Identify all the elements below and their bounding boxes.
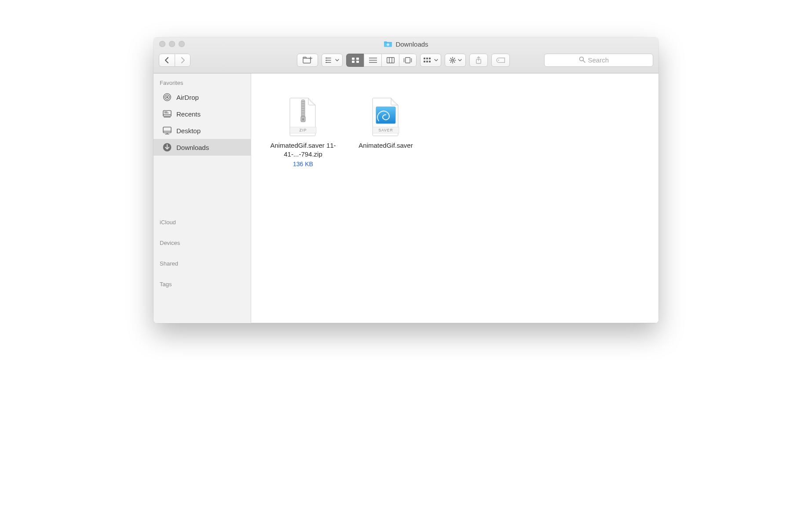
svg-point-0 <box>387 44 389 46</box>
sidebar-item-recents[interactable]: Recents <box>154 106 251 122</box>
airdrop-icon <box>162 92 172 102</box>
sidebar-item-airdrop[interactable]: AirDrop <box>154 89 251 106</box>
recents-icon <box>162 109 172 119</box>
finder-window: Downloads <box>154 37 658 323</box>
svg-text:SAVER: SAVER <box>378 128 393 132</box>
svg-rect-15 <box>426 61 428 62</box>
svg-rect-6 <box>356 58 359 60</box>
svg-rect-8 <box>356 61 359 63</box>
sidebar-section-tags[interactable]: Tags <box>154 279 251 290</box>
minimize-window-button[interactable] <box>169 41 175 47</box>
sort-button[interactable] <box>322 54 343 67</box>
svg-rect-1 <box>303 58 311 63</box>
file-item[interactable]: SAVER AnimatedGif.saver <box>350 96 422 151</box>
svg-rect-7 <box>352 61 355 63</box>
sidebar-item-downloads[interactable]: Downloads <box>154 139 251 156</box>
gallery-view-button[interactable] <box>399 54 417 67</box>
sidebar-item-label: Recents <box>176 110 201 118</box>
file-name: AnimatedGif.saver 11-41-...-794.zip <box>267 141 339 159</box>
svg-rect-11 <box>424 58 425 59</box>
window-title-text: Downloads <box>395 40 428 48</box>
sidebar-section-devices[interactable]: Devices <box>154 238 251 249</box>
sidebar-item-label: Downloads <box>176 144 209 151</box>
sidebar-section-shared[interactable]: Shared <box>154 259 251 270</box>
search-icon <box>579 56 585 64</box>
svg-point-4 <box>326 62 327 62</box>
svg-point-2 <box>326 58 327 58</box>
sidebar-item-label: AirDrop <box>176 94 199 101</box>
window-body: Favorites AirDrop Recents <box>154 73 658 323</box>
svg-rect-14 <box>424 61 425 62</box>
svg-point-3 <box>326 59 327 61</box>
titlebar-top[interactable]: Downloads <box>154 37 658 51</box>
svg-rect-24 <box>163 111 171 117</box>
sidebar-section-icloud[interactable]: iCloud <box>154 217 251 228</box>
traffic-lights <box>154 41 185 47</box>
titlebar: Downloads <box>154 37 658 73</box>
svg-point-21 <box>166 96 168 98</box>
icon-view-button[interactable] <box>346 54 364 67</box>
view-mode-group <box>346 54 417 67</box>
toolbar <box>154 51 658 73</box>
svg-rect-25 <box>163 127 171 133</box>
svg-rect-5 <box>352 58 355 60</box>
action-button[interactable] <box>445 54 466 67</box>
content-area[interactable]: ZIP AnimatedGif.saver 11-41-...-794.zip … <box>251 73 658 323</box>
svg-point-19 <box>498 59 499 61</box>
close-window-button[interactable] <box>159 41 165 47</box>
nav-group <box>159 54 190 67</box>
search-input[interactable] <box>588 56 619 64</box>
share-button[interactable] <box>469 54 488 67</box>
zip-file-icon: ZIP <box>286 96 320 138</box>
list-view-button[interactable] <box>364 54 381 67</box>
column-view-button[interactable] <box>381 54 399 67</box>
tags-button[interactable] <box>491 54 510 67</box>
sidebar-item-desktop[interactable]: Desktop <box>154 122 251 139</box>
file-size: 136 KB <box>293 160 313 168</box>
sidebar-section-favorites: Favorites <box>154 78 251 89</box>
search-field-wrap <box>544 54 653 67</box>
files-area: ZIP AnimatedGif.saver 11-41-...-794.zip … <box>251 73 658 178</box>
sidebar-item-label: Desktop <box>176 127 201 135</box>
file-item[interactable]: ZIP AnimatedGif.saver 11-41-...-794.zip … <box>267 96 339 168</box>
file-name: AnimatedGif.saver <box>358 141 413 150</box>
back-button[interactable] <box>159 54 175 67</box>
new-folder-button[interactable] <box>297 54 318 67</box>
group-by-button[interactable] <box>420 54 441 67</box>
svg-rect-10 <box>406 57 410 63</box>
window-title: Downloads <box>154 40 658 48</box>
svg-rect-16 <box>429 61 431 62</box>
search-field[interactable] <box>544 54 653 67</box>
folder-icon <box>384 40 392 47</box>
svg-text:ZIP: ZIP <box>299 128 307 132</box>
svg-point-17 <box>451 59 453 61</box>
downloads-icon <box>162 142 172 152</box>
desktop-icon <box>162 126 172 135</box>
svg-rect-12 <box>426 58 428 59</box>
zoom-window-button[interactable] <box>179 41 185 47</box>
sidebar: Favorites AirDrop Recents <box>154 73 251 323</box>
saver-file-icon: SAVER <box>369 96 403 138</box>
forward-button[interactable] <box>175 54 190 67</box>
svg-rect-29 <box>303 118 304 120</box>
svg-rect-13 <box>429 58 431 59</box>
svg-rect-9 <box>387 57 394 63</box>
